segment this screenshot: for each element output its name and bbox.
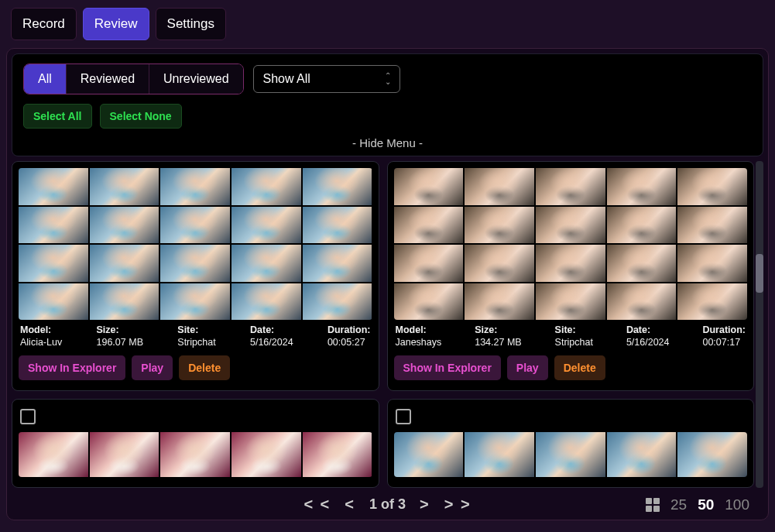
thumbnail — [536, 283, 605, 321]
thumbnail — [160, 432, 230, 477]
select-checkbox[interactable] — [20, 409, 36, 424]
thumbnail — [231, 283, 301, 321]
label-size: Size: — [475, 324, 521, 335]
meta-row: Model:Janeshays Size:134.27 MB Site:Stri… — [394, 324, 748, 348]
label-size: Size: — [97, 324, 143, 335]
thumbnail-grid[interactable] — [19, 432, 372, 477]
thumbnail — [303, 432, 372, 477]
value-date: 5/16/2024 — [626, 337, 670, 348]
thumbnail — [303, 245, 372, 282]
thumbnail — [19, 245, 88, 282]
thumbnail-grid[interactable] — [19, 168, 372, 320]
thumbnail — [394, 432, 464, 477]
chevron-updown-icon: ⌃⌄ — [385, 73, 390, 85]
thumbnail — [19, 432, 88, 477]
scrollbar[interactable] — [756, 161, 763, 488]
thumbnail — [607, 283, 677, 321]
thumbnail — [536, 168, 605, 205]
play-button[interactable]: Play — [132, 355, 173, 380]
label-date: Date: — [250, 324, 293, 335]
pager: < < < 1 of 3 > > > — [303, 496, 471, 513]
status-filter-group: All Reviewed Unreviewed — [23, 63, 244, 94]
grid-view-icon[interactable] — [646, 498, 660, 512]
thumbnail — [394, 283, 464, 321]
page-size-100[interactable]: 100 — [725, 496, 749, 513]
thumbnail — [677, 168, 747, 205]
scroll-thumb[interactable] — [756, 254, 763, 293]
thumbnail — [160, 283, 230, 321]
card-actions: Show In Explorer Play Delete — [394, 355, 748, 380]
first-page-button[interactable]: < < — [303, 496, 331, 513]
value-duration: 00:05:27 — [327, 337, 371, 348]
thumbnail-grid[interactable] — [394, 168, 748, 320]
label-duration: Duration: — [702, 324, 746, 335]
tab-review[interactable]: Review — [83, 8, 149, 40]
thumbnail — [19, 207, 88, 244]
value-site: Stripchat — [177, 337, 215, 348]
card-actions: Show In Explorer Play Delete — [19, 355, 372, 380]
recording-card: Model:Janeshays Size:134.27 MB Site:Stri… — [387, 161, 755, 391]
filter-unreviewed[interactable]: Unreviewed — [149, 64, 242, 94]
filter-reviewed[interactable]: Reviewed — [67, 64, 149, 94]
thumbnail — [677, 432, 747, 477]
select-checkbox[interactable] — [396, 409, 411, 424]
value-model: Alicia-Luv — [20, 337, 62, 348]
value-model: Janeshays — [396, 337, 442, 348]
last-page-button[interactable]: > > — [444, 496, 472, 513]
label-site: Site: — [555, 324, 593, 335]
dropdown-value: Show All — [263, 72, 310, 86]
thumbnail — [90, 432, 159, 477]
thumbnail — [465, 245, 534, 282]
tab-record[interactable]: Record — [11, 8, 77, 40]
show-in-explorer-button[interactable]: Show In Explorer — [394, 355, 501, 380]
thumbnail — [677, 283, 747, 321]
page-size-25[interactable]: 25 — [670, 496, 687, 513]
next-page-button[interactable]: > — [420, 496, 430, 513]
thumbnail — [677, 245, 747, 282]
thumbnail — [465, 168, 534, 205]
label-site: Site: — [177, 324, 215, 335]
show-dropdown[interactable]: Show All ⌃⌄ — [253, 65, 400, 93]
delete-button[interactable]: Delete — [554, 355, 605, 380]
prev-page-button[interactable]: < — [345, 496, 355, 513]
thumbnail — [231, 432, 301, 477]
page-size-50[interactable]: 50 — [698, 496, 714, 513]
filter-all[interactable]: All — [24, 64, 67, 94]
select-none-button[interactable]: Select None — [100, 104, 182, 129]
filter-bar: All Reviewed Unreviewed Show All ⌃⌄ Sele… — [12, 53, 763, 156]
thumbnail — [19, 283, 88, 321]
footer: < < < 1 of 3 > > > 25 50 100 — [12, 488, 763, 515]
thumbnail — [19, 168, 88, 205]
thumbnail — [90, 207, 159, 244]
select-all-button[interactable]: Select All — [23, 104, 92, 129]
thumbnail-grid[interactable] — [394, 432, 748, 477]
thumbnail — [465, 283, 534, 321]
thumbnail — [677, 207, 747, 244]
value-date: 5/16/2024 — [250, 337, 293, 348]
value-site: Stripchat — [555, 337, 593, 348]
thumbnail — [90, 168, 159, 205]
thumbnail — [536, 432, 605, 477]
cards-area: Model:Alicia-Luv Size:196.07 MB Site:Str… — [12, 161, 763, 488]
tab-settings[interactable]: Settings — [156, 8, 226, 40]
delete-button[interactable]: Delete — [179, 355, 230, 380]
value-size: 196.07 MB — [97, 337, 143, 348]
recording-card: Model:Alicia-Luv Size:196.07 MB Site:Str… — [12, 161, 379, 391]
thumbnail — [90, 245, 159, 282]
thumbnail — [607, 207, 677, 244]
meta-row: Model:Alicia-Luv Size:196.07 MB Site:Str… — [19, 324, 372, 348]
hide-menu-toggle[interactable]: - Hide Menu - — [23, 136, 752, 149]
label-duration: Duration: — [327, 324, 371, 335]
show-in-explorer-button[interactable]: Show In Explorer — [19, 355, 125, 380]
thumbnail — [394, 168, 464, 205]
thumbnail — [607, 168, 677, 205]
thumbnail — [394, 207, 464, 244]
label-model: Model: — [396, 324, 442, 335]
thumbnail — [90, 283, 159, 321]
play-button[interactable]: Play — [507, 355, 548, 380]
thumbnail — [536, 207, 605, 244]
thumbnail — [231, 168, 301, 205]
thumbnail — [607, 432, 677, 477]
thumbnail — [231, 207, 301, 244]
thumbnail — [160, 245, 230, 282]
